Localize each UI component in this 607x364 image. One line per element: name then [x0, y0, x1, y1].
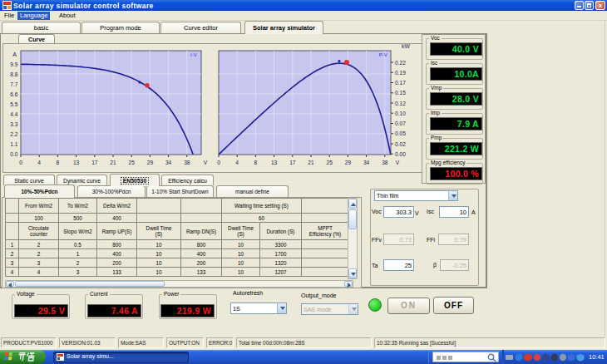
svg-text:25: 25 [129, 160, 136, 165]
svg-text:13: 13 [73, 160, 80, 165]
svg-text:38: 38 [382, 160, 388, 165]
svg-text:0.05: 0.05 [395, 130, 406, 136]
svg-text:9.9: 9.9 [10, 61, 17, 67]
svg-text:8.8: 8.8 [10, 71, 17, 77]
svg-text:0.19: 0.19 [395, 70, 406, 76]
svg-text:0.12: 0.12 [395, 101, 406, 106]
svg-text:1.1: 1.1 [10, 141, 17, 147]
svg-text:38: 38 [184, 160, 190, 165]
svg-text:kW: kW [402, 43, 410, 49]
svg-text:17: 17 [289, 160, 296, 165]
svg-text:17: 17 [91, 160, 98, 165]
svg-text:34: 34 [363, 160, 370, 165]
svg-text:21: 21 [110, 160, 116, 165]
svg-text:2.2: 2.2 [10, 131, 17, 137]
svg-text:25: 25 [327, 160, 333, 165]
svg-text:0.15: 0.15 [395, 90, 406, 96]
svg-text:0: 0 [217, 160, 220, 165]
svg-text:A: A [12, 52, 17, 57]
svg-text:29: 29 [147, 160, 154, 165]
svg-text:13: 13 [271, 160, 278, 165]
svg-text:V: V [396, 160, 400, 165]
svg-text:I-V: I-V [190, 52, 198, 57]
svg-text:V: V [204, 160, 208, 165]
svg-text:0.22: 0.22 [395, 60, 406, 66]
svg-text:8: 8 [57, 160, 60, 165]
svg-text:4.4: 4.4 [10, 111, 17, 117]
svg-text:P-V: P-V [379, 52, 388, 57]
svg-text:0.02: 0.02 [395, 141, 406, 147]
svg-text:0.0: 0.0 [10, 151, 17, 157]
svg-text:7.7: 7.7 [10, 81, 17, 87]
svg-text:0.07: 0.07 [395, 121, 406, 126]
svg-text:34: 34 [165, 160, 172, 165]
svg-text:3.3: 3.3 [10, 121, 17, 127]
svg-text:0.00: 0.00 [395, 151, 406, 157]
svg-text:4: 4 [37, 160, 41, 165]
svg-text:0.10: 0.10 [395, 111, 406, 116]
svg-text:5.5: 5.5 [10, 101, 17, 107]
svg-text:29: 29 [345, 160, 352, 165]
svg-text:0.17: 0.17 [395, 80, 406, 86]
svg-text:8: 8 [254, 160, 258, 165]
svg-text:4: 4 [235, 160, 239, 165]
svg-text:21: 21 [308, 160, 314, 165]
svg-text:6.6: 6.6 [10, 91, 17, 97]
svg-text:0: 0 [19, 160, 22, 165]
